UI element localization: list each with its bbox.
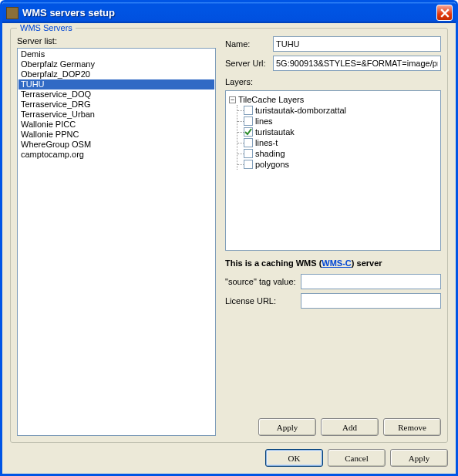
layer-label: turistautak-domborzattal bbox=[255, 105, 346, 116]
tree-collapse-icon[interactable]: − bbox=[229, 96, 236, 103]
tree-node[interactable]: lines bbox=[244, 116, 437, 127]
name-label: Name: bbox=[225, 39, 268, 49]
layers-label: Layers: bbox=[225, 77, 441, 86]
layer-label: turistautak bbox=[255, 127, 295, 137]
server-list-label: Server list: bbox=[17, 36, 216, 46]
layers-tree[interactable]: − TileCache Layers turistautak-domborzat… bbox=[225, 90, 441, 251]
content-area: WMS Servers Server list: DemisOberpfalz … bbox=[2, 23, 456, 474]
list-item[interactable]: Terraservice_DRG bbox=[19, 100, 214, 110]
list-item[interactable]: WhereGroup OSM bbox=[19, 140, 214, 150]
source-tag-label: "source" tag value: bbox=[225, 277, 296, 286]
list-item[interactable]: Terraservice_Urban bbox=[19, 110, 214, 120]
server-url-input[interactable] bbox=[273, 56, 441, 71]
layer-checkbox[interactable] bbox=[244, 160, 253, 169]
cache-suffix: ) server bbox=[352, 258, 382, 268]
tree-node[interactable]: polygons bbox=[244, 159, 437, 170]
dialog-window: WMS servers setup WMS Servers Server lis… bbox=[0, 0, 458, 476]
left-column: Server list: DemisOberpfalz GermanyOberp… bbox=[17, 36, 216, 436]
dialog-button-bar: OK Cancel Apply bbox=[10, 449, 448, 467]
list-item[interactable]: TUHU bbox=[19, 79, 214, 89]
app-icon bbox=[6, 7, 19, 19]
url-label: Server Url: bbox=[225, 59, 268, 68]
list-item[interactable]: Oberpfalz Germany bbox=[19, 59, 214, 69]
layer-checkbox[interactable] bbox=[244, 149, 253, 158]
remove-button[interactable]: Remove bbox=[383, 418, 441, 436]
layer-label: polygons bbox=[255, 159, 289, 170]
layer-checkbox[interactable] bbox=[244, 106, 253, 115]
list-item[interactable]: camptocamp.org bbox=[19, 150, 214, 160]
apply-button[interactable]: Apply bbox=[258, 418, 316, 436]
tree-node[interactable]: turistautak-domborzattal bbox=[244, 105, 437, 116]
close-button[interactable] bbox=[436, 5, 453, 21]
list-item[interactable]: Terraservice_DOQ bbox=[19, 89, 214, 100]
layer-checkbox[interactable] bbox=[244, 127, 253, 137]
add-button[interactable]: Add bbox=[321, 418, 379, 436]
apply-dialog-button[interactable]: Apply bbox=[390, 449, 448, 467]
caching-wms-text: This is a caching WMS (WMS-C) server bbox=[225, 258, 441, 268]
right-column: Name: Server Url: Layers: − bbox=[225, 36, 441, 436]
groupbox-title: WMS Servers bbox=[17, 23, 76, 32]
tree-node[interactable]: turistautak bbox=[244, 127, 437, 137]
name-input[interactable] bbox=[273, 36, 441, 52]
list-item[interactable]: Wallonie PPNC bbox=[19, 130, 214, 140]
window-title: WMS servers setup bbox=[22, 7, 436, 19]
cancel-button[interactable]: Cancel bbox=[328, 449, 386, 467]
cache-prefix: This is a caching WMS ( bbox=[225, 258, 322, 268]
list-item[interactable]: Oberpfalz_DOP20 bbox=[19, 69, 214, 79]
layer-checkbox[interactable] bbox=[244, 116, 253, 126]
close-icon bbox=[440, 8, 450, 18]
license-url-input[interactable] bbox=[301, 293, 441, 309]
layer-checkbox[interactable] bbox=[244, 138, 253, 147]
layer-label: lines bbox=[255, 116, 273, 127]
ok-button[interactable]: OK bbox=[265, 449, 323, 467]
license-url-label: License URL: bbox=[225, 296, 296, 306]
tree-node[interactable]: lines-t bbox=[244, 137, 437, 148]
wms-servers-group: WMS Servers Server list: DemisOberpfalz … bbox=[10, 28, 448, 443]
list-item[interactable]: Demis bbox=[19, 49, 214, 59]
tree-root-label: TileCache Layers bbox=[238, 94, 304, 105]
titlebar[interactable]: WMS servers setup bbox=[2, 2, 456, 23]
server-list[interactable]: DemisOberpfalz GermanyOberpfalz_DOP20TUH… bbox=[17, 48, 216, 436]
source-tag-input[interactable] bbox=[301, 274, 441, 289]
list-item[interactable]: Wallonie PICC bbox=[19, 120, 214, 130]
wms-c-link[interactable]: WMS-C bbox=[322, 258, 352, 268]
layer-label: lines-t bbox=[255, 137, 278, 148]
tree-node[interactable]: shading bbox=[244, 148, 437, 159]
layer-label: shading bbox=[255, 148, 285, 159]
